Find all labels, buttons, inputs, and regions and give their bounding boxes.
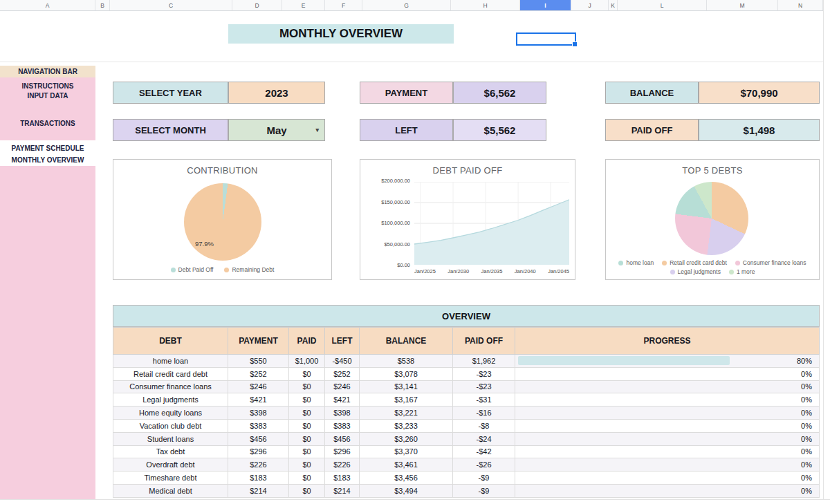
- cell-left[interactable]: $383: [325, 420, 360, 433]
- column-header-n[interactable]: N: [778, 0, 823, 10]
- cell-paid[interactable]: $0: [289, 485, 325, 498]
- cell-balance[interactable]: $3,260: [360, 433, 453, 446]
- cell-debt[interactable]: home loan: [113, 355, 228, 368]
- cell-left[interactable]: $398: [325, 407, 360, 420]
- cell-left[interactable]: $252: [325, 368, 360, 381]
- cell-payment[interactable]: $398: [228, 407, 289, 420]
- cell-paid-off[interactable]: -$23: [453, 368, 515, 381]
- cell-debt[interactable]: Vacation club debt: [113, 420, 228, 433]
- select-month-label[interactable]: SELECT MONTH: [113, 119, 228, 141]
- top5-debts-chart-panel[interactable]: TOP 5 DEBTS home loanRetail credit card …: [605, 159, 820, 280]
- cell-progress[interactable]: 0%: [515, 472, 820, 485]
- sidebar-item-payment-schedule[interactable]: PAYMENT SCHEDULE: [0, 144, 95, 153]
- table-header-balance[interactable]: BALANCE: [360, 327, 453, 355]
- cell-left[interactable]: $183: [325, 472, 360, 485]
- cell-debt[interactable]: Tax debt: [113, 446, 228, 459]
- cell-left[interactable]: $421: [325, 393, 360, 407]
- column-header-a[interactable]: A: [0, 0, 95, 10]
- table-header-progress[interactable]: PROGRESS: [515, 327, 820, 355]
- column-header-j[interactable]: J: [571, 0, 609, 10]
- cell-left[interactable]: $246: [325, 381, 360, 394]
- cell-paid-off[interactable]: -$9: [453, 472, 515, 485]
- cell-debt[interactable]: Medical debt: [113, 485, 228, 498]
- cell-paid-off[interactable]: -$23: [453, 381, 515, 394]
- dropdown-arrow-icon[interactable]: ▾: [315, 127, 319, 133]
- cell-payment[interactable]: $246: [228, 381, 289, 394]
- table-header-debt[interactable]: DEBT: [113, 327, 228, 355]
- cell-paid-off[interactable]: -$31: [453, 393, 515, 407]
- cell-payment[interactable]: $252: [228, 368, 289, 381]
- cell-paid[interactable]: $1,000: [289, 355, 325, 368]
- column-header-e[interactable]: E: [282, 0, 325, 10]
- cell-payment[interactable]: $456: [228, 433, 289, 446]
- cell-debt[interactable]: Home equity loans: [113, 407, 228, 420]
- column-header-b[interactable]: B: [95, 0, 110, 10]
- cell-paid-off[interactable]: -$9: [453, 485, 515, 498]
- table-header-paid-off[interactable]: PAID OFF: [453, 327, 515, 355]
- cell-progress[interactable]: 0%: [515, 458, 820, 472]
- cell-debt[interactable]: Timeshare debt: [113, 472, 228, 485]
- select-month-value[interactable]: May▾: [228, 119, 325, 141]
- cell-paid-off[interactable]: -$24: [453, 433, 515, 446]
- cell-progress[interactable]: 0%: [515, 381, 820, 394]
- cell-balance[interactable]: $3,221: [360, 407, 453, 420]
- column-header-g[interactable]: G: [362, 0, 451, 10]
- cell-payment[interactable]: $183: [228, 472, 289, 485]
- cell-balance[interactable]: $3,461: [360, 458, 453, 472]
- sidebar-item-input-data[interactable]: INPUT DATA: [0, 91, 95, 100]
- cell-left[interactable]: $226: [325, 458, 360, 472]
- debt-paid-off-chart-panel[interactable]: DEBT PAID OFF $200,000.00$150,000.00$100…: [360, 159, 575, 280]
- cell-payment[interactable]: $214: [228, 485, 289, 498]
- cell-paid[interactable]: $0: [289, 407, 325, 420]
- selected-cell[interactable]: [516, 32, 576, 46]
- table-header-paid[interactable]: PAID: [289, 327, 325, 355]
- cell-paid-off[interactable]: $1,962: [453, 355, 515, 368]
- cell-left[interactable]: $296: [325, 446, 360, 459]
- cell-left[interactable]: $456: [325, 433, 360, 446]
- paid-off-value[interactable]: $1,498: [699, 119, 820, 141]
- cell-balance[interactable]: $3,494: [360, 485, 453, 498]
- cell-balance[interactable]: $3,141: [360, 381, 453, 394]
- sidebar-item-transactions[interactable]: TRANSACTIONS: [0, 119, 95, 128]
- column-header-d[interactable]: D: [232, 0, 282, 10]
- cell-debt[interactable]: Student loans: [113, 433, 228, 446]
- cell-paid[interactable]: $0: [289, 433, 325, 446]
- cell-debt[interactable]: Legal judgments: [113, 393, 228, 407]
- payment-label[interactable]: PAYMENT: [360, 82, 453, 104]
- cell-left[interactable]: -$450: [325, 355, 360, 368]
- table-header-left[interactable]: LEFT: [325, 327, 360, 355]
- cell-paid[interactable]: $0: [289, 458, 325, 472]
- cell-debt[interactable]: Retail credit card debt: [113, 368, 228, 381]
- cell-paid[interactable]: $0: [289, 381, 325, 394]
- column-header-i[interactable]: I: [520, 0, 571, 10]
- column-header-k[interactable]: K: [609, 0, 618, 10]
- cell-payment[interactable]: $550: [228, 355, 289, 368]
- cell-progress[interactable]: 0%: [515, 446, 820, 459]
- cell-left[interactable]: $214: [325, 485, 360, 498]
- cell-paid-off[interactable]: -$16: [453, 407, 515, 420]
- balance-value[interactable]: $70,990: [699, 82, 820, 104]
- cell-balance[interactable]: $3,233: [360, 420, 453, 433]
- cell-paid[interactable]: $0: [289, 393, 325, 407]
- cell-paid[interactable]: $0: [289, 420, 325, 433]
- cell-payment[interactable]: $421: [228, 393, 289, 407]
- column-header-m[interactable]: M: [707, 0, 778, 10]
- column-header-l[interactable]: L: [618, 0, 707, 10]
- contribution-chart-panel[interactable]: CONTRIBUTION 97.9% Debt Paid OffRemainin…: [113, 159, 332, 280]
- cell-progress[interactable]: 0%: [515, 368, 820, 381]
- cell-progress[interactable]: 0%: [515, 485, 820, 498]
- cell-debt[interactable]: Consumer finance loans: [113, 381, 228, 394]
- cell-payment[interactable]: $383: [228, 420, 289, 433]
- left-value[interactable]: $5,562: [453, 119, 546, 141]
- payment-value[interactable]: $6,562: [453, 82, 546, 104]
- cell-paid[interactable]: $0: [289, 472, 325, 485]
- cell-balance[interactable]: $3,167: [360, 393, 453, 407]
- cell-payment[interactable]: $226: [228, 458, 289, 472]
- cell-paid[interactable]: $0: [289, 446, 325, 459]
- column-header-h[interactable]: H: [451, 0, 520, 10]
- paid-off-label[interactable]: PAID OFF: [605, 119, 699, 141]
- cell-balance[interactable]: $3,370: [360, 446, 453, 459]
- cell-progress[interactable]: 0%: [515, 393, 820, 407]
- cell-progress[interactable]: 0%: [515, 433, 820, 446]
- cell-progress[interactable]: 0%: [515, 420, 820, 433]
